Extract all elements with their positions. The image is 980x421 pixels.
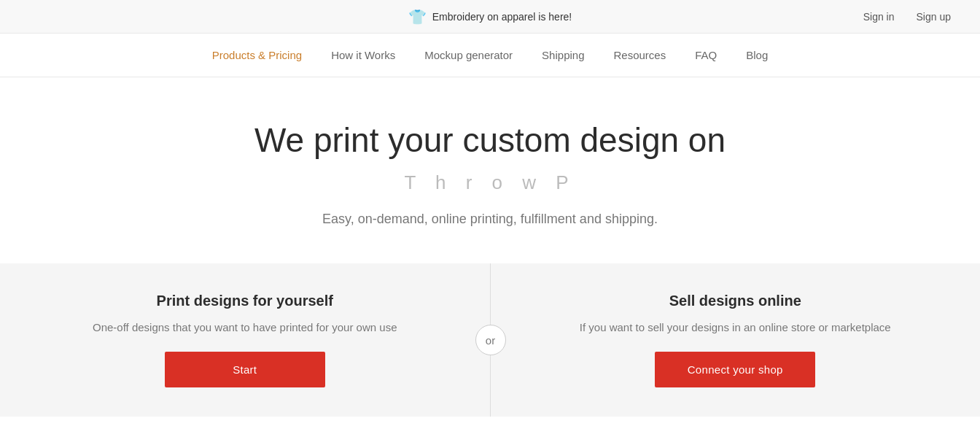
nav-mockup-generator[interactable]: Mockup generator <box>424 49 513 61</box>
signin-link[interactable]: Sign in <box>863 11 895 23</box>
hero-description: Easy, on-demand, online printing, fulfil… <box>29 212 951 227</box>
connect-shop-button[interactable]: Connect your shop <box>655 352 815 387</box>
auth-links: Sign in Sign up <box>863 11 951 23</box>
cta-right-title: Sell designs online <box>669 293 801 309</box>
signup-link[interactable]: Sign up <box>917 11 951 23</box>
hero-section: We print your custom design on T h r o w… <box>0 77 980 263</box>
cta-left-description: One-off designs that you want to have pr… <box>93 320 397 336</box>
announcement-bar: 👕 Embroidery on apparel is here! Sign in… <box>0 0 980 34</box>
nav-resources[interactable]: Resources <box>614 49 666 61</box>
cta-right: Sell designs online If you want to sell … <box>491 263 981 417</box>
hero-animated-text: T h r o w P <box>29 171 951 194</box>
announcement-content: 👕 Embroidery on apparel is here! <box>408 8 572 26</box>
shirt-icon: 👕 <box>408 8 427 26</box>
cta-section: Print designs for yourself One-off desig… <box>0 263 980 417</box>
nav-links: Products & Pricing How it Works Mockup g… <box>212 49 769 61</box>
cta-left: Print designs for yourself One-off desig… <box>0 263 491 417</box>
or-circle: or <box>475 325 506 355</box>
announcement-text: Embroidery on apparel is here! <box>432 11 572 23</box>
cta-right-description: If you want to sell your designs in an o… <box>580 320 891 336</box>
nav-blog[interactable]: Blog <box>746 49 768 61</box>
nav-how-it-works[interactable]: How it Works <box>331 49 395 61</box>
navigation: Products & Pricing How it Works Mockup g… <box>0 34 980 77</box>
nav-faq[interactable]: FAQ <box>695 49 717 61</box>
cta-left-title: Print designs for yourself <box>157 293 333 309</box>
hero-title: We print your custom design on <box>29 121 951 160</box>
nav-shipping[interactable]: Shipping <box>542 49 584 61</box>
nav-products-pricing[interactable]: Products & Pricing <box>212 49 302 61</box>
start-button[interactable]: Start <box>165 352 325 387</box>
